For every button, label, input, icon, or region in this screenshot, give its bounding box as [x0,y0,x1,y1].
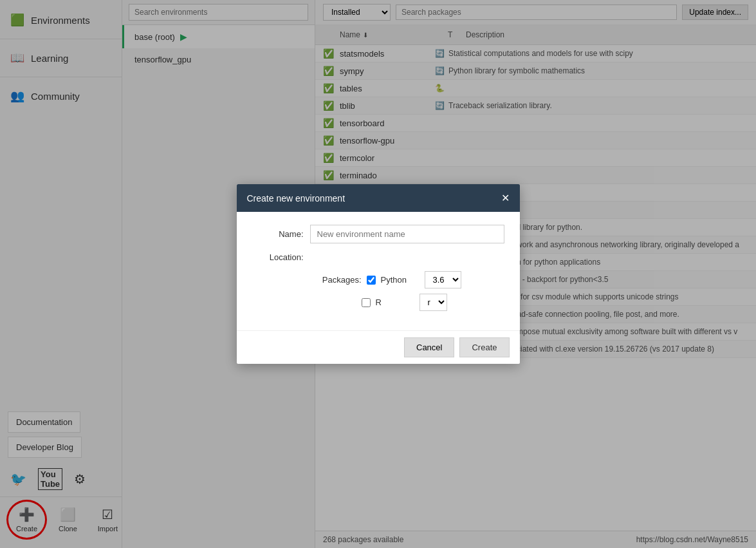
modal-body: Name: Location: Packages: Python 2.7 3.5… [237,212,520,330]
modal-title: Create new environment [247,193,346,203]
cancel-button[interactable]: Cancel [404,337,454,357]
modal-name-row: Name: [252,225,504,243]
modal-close-button[interactable]: ✕ [501,192,510,204]
modal-packages-main-label: Packages: [310,275,362,285]
python-version-select[interactable]: 2.7 3.5 3.6 3.7 [425,271,461,288]
modal-header: Create new environment ✕ [237,184,520,212]
r-version-select[interactable]: r [419,294,447,311]
modal-footer: Cancel Create [237,330,520,364]
modal-overlay: Create new environment ✕ Name: Location:… [0,0,756,548]
create-environment-modal: Create new environment ✕ Name: Location:… [237,184,520,364]
modal-packages-section: Packages: Python 2.7 3.5 3.6 3.7 R r [252,271,504,311]
python-label: Python [381,275,419,285]
modal-name-input[interactable] [310,225,504,243]
modal-r-row: R r [362,294,504,311]
modal-location-label: Location: [252,252,304,262]
modal-name-label: Name: [252,229,304,239]
r-label: R [376,298,414,307]
r-checkbox[interactable] [362,298,371,307]
modal-location-row: Location: [252,252,504,262]
modal-python-row: Packages: Python 2.7 3.5 3.6 3.7 [310,271,504,288]
modal-create-button[interactable]: Create [459,337,509,357]
python-checkbox[interactable] [367,276,376,285]
